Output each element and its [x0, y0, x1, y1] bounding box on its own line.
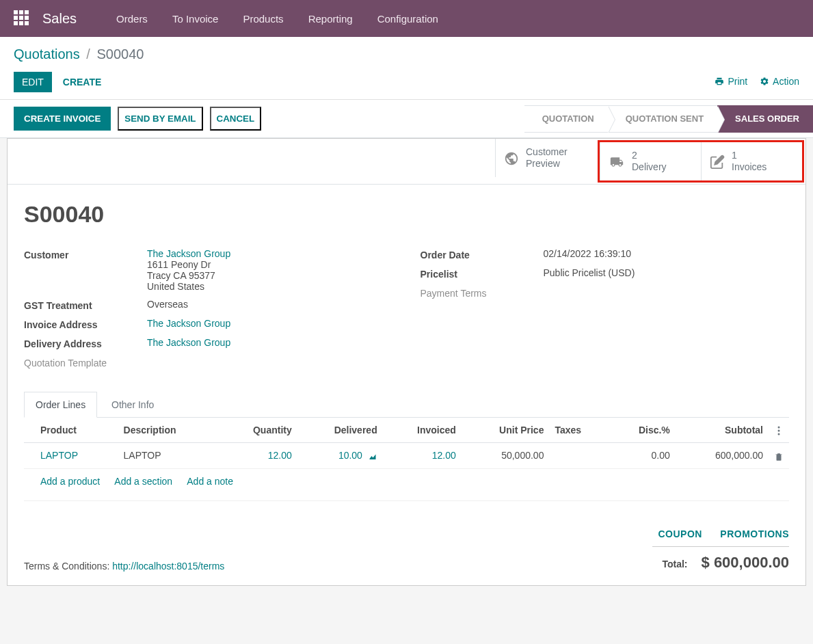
form-sheet: Customer Preview 2 Delivery 1 — [7, 138, 806, 586]
quote-tpl-label: Quotation Template — [24, 356, 147, 368]
col-unit-price: Unit Price — [462, 418, 550, 443]
breadcrumb-sep: / — [86, 46, 90, 62]
add-note[interactable]: Add a note — [187, 476, 233, 487]
customer-preview-button[interactable]: Customer Preview — [495, 139, 596, 177]
order-date-label: Order Date — [421, 248, 544, 260]
terms: Terms & Conditions: http://localhost:801… — [24, 561, 224, 572]
customer-label: Customer — [24, 248, 147, 260]
order-lines-table: Product Description Quantity Delivered I… — [24, 418, 789, 501]
promotions-link[interactable]: PROMOTIONS — [720, 528, 789, 539]
line-invoiced[interactable]: 12.00 — [383, 443, 462, 468]
col-delivered: Delivered — [297, 418, 383, 443]
svg-point-1 — [778, 430, 780, 432]
payment-terms-label: Payment Terms — [421, 286, 544, 299]
col-product: Product — [24, 418, 118, 443]
total-label: Total: — [662, 559, 687, 569]
line-subtotal: 600,000.00 — [676, 443, 769, 468]
topbar: Sales Orders To Invoice Products Reporti… — [0, 0, 813, 37]
create-button[interactable]: CREATE — [55, 72, 110, 92]
step-quotation[interactable]: QUOTATION — [524, 105, 608, 133]
delivery-addr-label: Delivery Address — [24, 337, 147, 349]
gear-icon — [760, 77, 769, 86]
step-quotation-sent[interactable]: QUOTATION SENT — [608, 105, 717, 133]
breadcrumb-current: S00040 — [96, 46, 144, 62]
col-quantity: Quantity — [219, 418, 297, 443]
invoice-addr-label: Invoice Address — [24, 318, 147, 330]
pencil-square-icon — [710, 152, 725, 170]
statusbar: CREATE INVOICE SEND BY EMAIL CANCEL QUOT… — [0, 100, 813, 138]
nav-reporting[interactable]: Reporting — [296, 13, 365, 25]
coupon-link[interactable]: COUPON — [658, 528, 702, 539]
col-taxes: Taxes — [549, 418, 608, 443]
order-title: S00040 — [24, 201, 789, 228]
col-invoiced: Invoiced — [383, 418, 462, 443]
line-delivered[interactable]: 10.00 — [297, 443, 383, 468]
globe-icon — [504, 149, 519, 167]
col-kebab[interactable] — [769, 418, 789, 443]
pricelist-label: Pricelist — [421, 267, 544, 280]
print-icon — [715, 77, 724, 86]
action-button[interactable]: Action — [760, 76, 799, 87]
line-unit-price: 50,000.00 — [462, 443, 550, 468]
nav-configuration[interactable]: Configuration — [365, 13, 451, 25]
total-amount: $ 600,000.00 — [702, 554, 789, 572]
edit-button[interactable]: EDIT — [14, 72, 52, 92]
line-product[interactable]: LAPTOP — [40, 450, 78, 461]
tab-other-info[interactable]: Other Info — [100, 392, 165, 417]
add-product[interactable]: Add a product — [40, 476, 100, 487]
truck-icon — [609, 152, 625, 170]
add-section[interactable]: Add a section — [114, 476, 172, 487]
col-subtotal: Subtotal — [676, 418, 769, 443]
subheader: Quotations / S00040 EDIT CREATE Print Ac… — [0, 37, 813, 100]
col-disc: Disc.% — [609, 418, 676, 443]
tabs: Order Lines Other Info — [24, 392, 789, 418]
cancel-button[interactable]: CANCEL — [210, 107, 262, 131]
highlighted-stat-group: 2 Delivery 1 Invoices — [598, 140, 804, 183]
line-taxes — [549, 443, 608, 468]
terms-link[interactable]: http://localhost:8015/terms — [112, 561, 224, 572]
print-button[interactable]: Print — [715, 76, 747, 87]
send-email-button[interactable]: SEND BY EMAIL — [118, 107, 202, 131]
nav-orders[interactable]: Orders — [104, 13, 160, 25]
button-box: Customer Preview 2 Delivery 1 — [8, 139, 805, 185]
line-description: LAPTOP — [118, 443, 219, 468]
gst-label: GST Treatment — [24, 299, 147, 311]
line-disc: 0.00 — [609, 443, 676, 468]
row-actions: Add a product Add a section Add a note — [24, 468, 789, 500]
summary: Terms & Conditions: http://localhost:801… — [8, 501, 805, 585]
invoices-button[interactable]: 1 Invoices — [701, 142, 802, 180]
customer-value: The Jackson Group 1611 Peony Dr Tracy CA… — [147, 248, 393, 292]
nav-to-invoice[interactable]: To Invoice — [160, 13, 231, 25]
status-steps: QUOTATION QUOTATION SENT SALES ORDER — [524, 105, 813, 133]
apps-icon[interactable] — [14, 10, 30, 27]
trash-icon[interactable] — [774, 452, 784, 461]
breadcrumb-root[interactable]: Quotations — [14, 46, 80, 62]
invoice-addr-link[interactable]: The Jackson Group — [147, 318, 230, 329]
delivery-addr-link[interactable]: The Jackson Group — [147, 337, 230, 348]
app-title[interactable]: Sales — [42, 11, 77, 27]
step-sales-order[interactable]: SALES ORDER — [717, 105, 813, 133]
gst-value: Overseas — [147, 299, 393, 310]
nav-products[interactable]: Products — [230, 13, 295, 25]
breadcrumb: Quotations / S00040 — [14, 46, 799, 62]
tab-order-lines[interactable]: Order Lines — [24, 392, 97, 418]
line-quantity[interactable]: 12.00 — [219, 443, 297, 468]
kebab-icon — [777, 426, 780, 435]
delivery-button[interactable]: 2 Delivery — [600, 142, 701, 180]
pricelist-value: Public Pricelist (USD) — [544, 267, 790, 278]
col-description: Description — [118, 418, 219, 443]
table-row[interactable]: LAPTOP LAPTOP 12.00 10.00 12.00 50,000.0… — [24, 443, 789, 468]
order-date-value: 02/14/2022 16:39:10 — [544, 248, 790, 259]
svg-point-0 — [778, 427, 780, 429]
create-invoice-button[interactable]: CREATE INVOICE — [14, 107, 111, 131]
customer-link[interactable]: The Jackson Group — [147, 248, 230, 259]
chart-icon — [368, 453, 377, 461]
svg-point-2 — [778, 433, 780, 435]
